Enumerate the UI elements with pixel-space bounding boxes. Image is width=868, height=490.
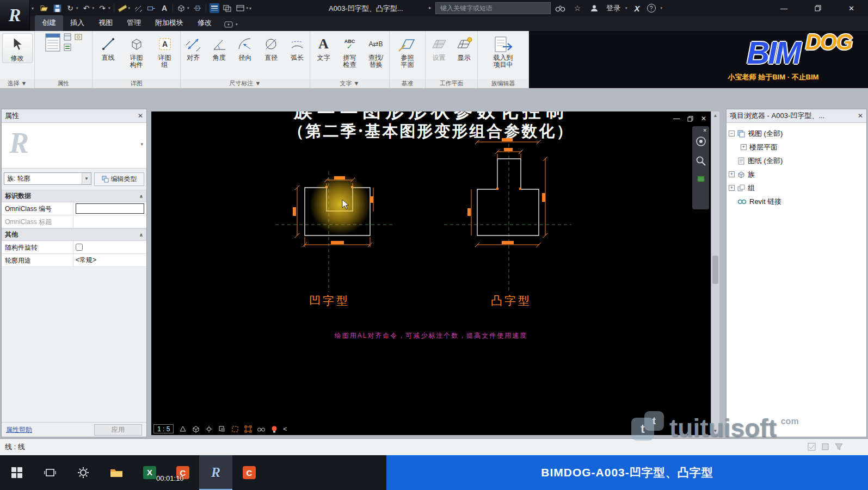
expand-expander-icon[interactable]: +	[741, 144, 747, 150]
redo-icon[interactable]: ↷	[97, 3, 107, 13]
modify-button[interactable]: 修改	[2, 33, 33, 63]
reference-plane-button[interactable]: 参照 平面	[392, 33, 423, 69]
detail-level-icon[interactable]	[178, 425, 187, 433]
tree-item-families[interactable]: + 族	[729, 168, 864, 181]
show-crop-region-icon[interactable]	[244, 425, 252, 433]
tree-item-floor-plans[interactable]: + 楼层平面	[729, 140, 864, 154]
tab-manage[interactable]: 管理	[120, 15, 148, 31]
tree-item-groups[interactable]: + 组	[729, 181, 864, 195]
shadows-icon[interactable]	[218, 425, 226, 433]
set-workplane-button[interactable]: 设置	[427, 33, 451, 62]
recorder-app-button[interactable]: C	[166, 455, 199, 490]
revit-taskbar-button[interactable]: R	[199, 455, 232, 490]
reveal-hidden-icon[interactable]	[270, 425, 278, 433]
load-into-project-button[interactable]: 载入到 项目中	[487, 33, 520, 69]
radial-dim-button[interactable]: 径向	[233, 33, 258, 62]
editable-only-icon[interactable]	[808, 443, 816, 451]
identity-data-section[interactable]: 标识数据	[5, 191, 31, 201]
redo-caret-icon[interactable]: ▾	[108, 6, 110, 10]
start-button[interactable]	[0, 455, 33, 490]
text-button[interactable]: A 文字	[311, 33, 336, 62]
aligned-dim-button[interactable]: 对齐	[181, 33, 206, 62]
family-selector-dropdown[interactable]: 族: 轮廓 ▼	[4, 172, 91, 185]
login-button[interactable]: 登录	[606, 3, 620, 13]
scrollbar-thumb[interactable]	[712, 256, 718, 284]
dimension-group-label[interactable]: 尺寸标注 ▼	[181, 79, 310, 88]
tree-item-revit-links[interactable]: Revit 链接	[729, 195, 864, 208]
favorites-star-icon[interactable]: ☆	[572, 3, 582, 13]
expand-expander-icon[interactable]: +	[729, 185, 735, 191]
edit-type-button[interactable]: 编辑类型	[94, 172, 144, 186]
navbar-close-icon[interactable]: ✕	[703, 128, 707, 133]
view-restore-icon[interactable]	[687, 116, 693, 122]
scroll-up-icon[interactable]: ▲	[711, 113, 719, 118]
default-3d-view-icon[interactable]	[176, 3, 186, 13]
visibility-settings-icon[interactable]	[74, 33, 83, 41]
canvas-vertical-scrollbar[interactable]: ▲ ▼	[711, 111, 719, 435]
text-tool-icon[interactable]: A	[159, 3, 169, 13]
switch-windows-icon[interactable]	[236, 3, 245, 13]
view-close-icon[interactable]: ✕	[701, 115, 706, 122]
spell-check-button[interactable]: ABC✓ 拼写 检查	[337, 33, 362, 69]
filter-icon[interactable]	[835, 443, 843, 451]
angular-dim-button[interactable]: 角度	[207, 33, 232, 62]
visual-style-icon[interactable]	[192, 425, 200, 433]
3d-view-caret-icon[interactable]: ▾	[187, 6, 189, 10]
zoom-icon[interactable]	[695, 156, 706, 166]
search-binoculars-icon[interactable]	[555, 3, 565, 13]
measure-icon[interactable]	[118, 3, 127, 13]
open-file-icon[interactable]	[39, 3, 49, 13]
recorder-app-button-2[interactable]: C	[232, 455, 266, 490]
help-search-input[interactable]	[435, 2, 551, 14]
other-section[interactable]: 其他	[5, 230, 18, 239]
section-collapse-icon[interactable]: ∧	[139, 194, 143, 199]
application-menu-caret-icon[interactable]: ▾	[32, 6, 34, 11]
shape-convex[interactable]	[477, 159, 539, 235]
detail-group-button[interactable]: A 详图 组	[151, 33, 178, 69]
temporary-hide-icon[interactable]	[257, 425, 265, 433]
properties-palette-icon[interactable]	[45, 33, 61, 52]
maximize-button[interactable]	[815, 5, 821, 11]
tab-insert[interactable]: 插入	[63, 15, 91, 31]
home-view-icon[interactable]	[697, 175, 705, 183]
sync-caret-icon[interactable]: ▾	[76, 6, 78, 10]
expand-expander-icon[interactable]: +	[729, 171, 735, 177]
minimize-button[interactable]: —	[780, 4, 787, 13]
tree-item-views[interactable]: − 视图 (全部)	[729, 127, 864, 140]
switch-windows-caret-icon[interactable]: ▾	[247, 6, 249, 10]
aligned-dimension-icon[interactable]	[133, 3, 143, 13]
tag-icon[interactable]	[146, 3, 156, 13]
active-window-taskbar-button[interactable]: BIMDOG-A003-凹字型、凸字型	[386, 455, 868, 490]
apply-button[interactable]: 应用	[94, 424, 142, 436]
text-group-label[interactable]: 文字 ▼	[310, 79, 389, 88]
find-replace-button[interactable]: A⇄B 查找/ 替换	[364, 33, 389, 69]
tab-addins[interactable]: 附加模块	[148, 15, 190, 31]
close-hidden-windows-icon[interactable]	[223, 3, 232, 13]
rotate-with-component-checkbox[interactable]	[76, 244, 83, 251]
family-selector-caret-icon[interactable]: ▼	[82, 173, 91, 184]
title-caret-icon[interactable]: ▸	[429, 5, 432, 10]
project-browser-close-icon[interactable]: ✕	[858, 112, 863, 120]
family-category-icon[interactable]	[63, 33, 72, 41]
user-icon[interactable]	[589, 3, 599, 13]
diameter-dim-button[interactable]: 直径	[258, 33, 284, 62]
line-button[interactable]: 直线	[95, 33, 122, 62]
navigation-wheel-icon[interactable]	[695, 136, 706, 147]
file-explorer-button[interactable]	[100, 455, 133, 490]
scale-button[interactable]: 1 : 5	[153, 424, 174, 433]
undo-icon[interactable]: ↶	[82, 3, 91, 13]
properties-close-icon[interactable]: ✕	[138, 112, 143, 120]
close-button[interactable]: ✕	[848, 4, 854, 13]
profile-usage-value[interactable]: <常规>	[73, 254, 146, 266]
type-selector-caret-icon[interactable]: ▾	[140, 141, 143, 147]
view-minimize-icon[interactable]: —	[673, 115, 680, 122]
help-icon[interactable]: ?	[647, 4, 656, 13]
properties-help-link[interactable]: 属性帮助	[6, 425, 32, 435]
tab-create[interactable]: 创建	[35, 15, 63, 31]
tab-modify[interactable]: 修改	[190, 15, 219, 31]
collapse-expander-icon[interactable]: −	[729, 131, 735, 137]
sync-icon[interactable]: ↻	[65, 3, 75, 13]
viewbar-collapse-icon[interactable]: <	[283, 425, 287, 433]
drawing-area[interactable]: 族——图形形状参数化控制 （第二季·基本图形变形组合参数化）	[151, 111, 711, 435]
excel-button[interactable]: X	[133, 455, 166, 490]
